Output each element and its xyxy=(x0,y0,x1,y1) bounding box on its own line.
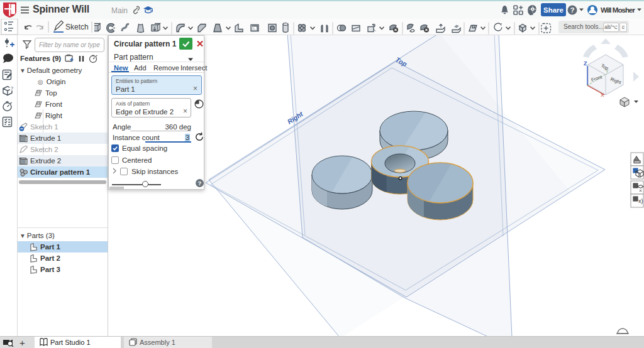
svg-text:?: ? xyxy=(11,85,14,91)
svg-text:Will Mosher: Will Mosher xyxy=(601,6,636,14)
svg-text:x): x) xyxy=(638,198,643,204)
svg-text:Share: Share xyxy=(543,6,564,14)
svg-text:X: X xyxy=(601,92,604,98)
svg-text:Sketch: Sketch xyxy=(65,23,89,31)
svg-text:Z: Z xyxy=(584,60,587,67)
svg-text:Y: Y xyxy=(606,69,609,73)
svg-text:?: ? xyxy=(570,6,575,14)
